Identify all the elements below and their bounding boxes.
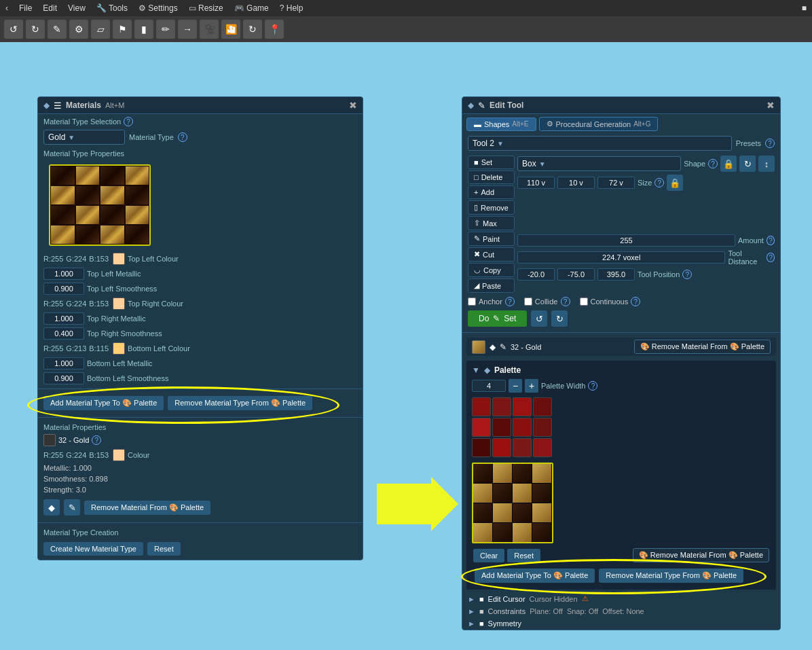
- menu-view[interactable]: View: [68, 3, 86, 13]
- top-left-smooth-input[interactable]: 0.900: [43, 283, 84, 295]
- toolbar-redo[interactable]: ↻: [26, 20, 45, 39]
- mat-help-icon[interactable]: ?: [92, 435, 101, 445]
- toolbar-layers[interactable]: ▮: [134, 20, 153, 39]
- menu-back[interactable]: ‹: [5, 3, 8, 13]
- toolbar-shield[interactable]: ▱: [91, 20, 110, 39]
- red-cell-1[interactable]: [472, 397, 491, 416]
- anchor-help[interactable]: ?: [505, 297, 515, 306]
- red-cell-7[interactable]: [513, 418, 532, 437]
- amount-input[interactable]: 255: [517, 234, 735, 247]
- palette-width-minus[interactable]: −: [509, 379, 522, 393]
- constraints-collapse-icon[interactable]: ►: [468, 607, 475, 615]
- clear-button[interactable]: Clear: [473, 549, 504, 562]
- materials-close-button[interactable]: ✖: [349, 100, 357, 111]
- palette-collapse-icon[interactable]: ▼: [472, 365, 480, 375]
- tool-distance-help[interactable]: ?: [767, 253, 775, 262]
- paint-tool-button[interactable]: ✎ Paint: [468, 232, 515, 246]
- gp5[interactable]: [473, 484, 492, 503]
- gp10[interactable]: [493, 503, 512, 522]
- tab-shapes[interactable]: ▬ Shapes Alt+E: [466, 118, 536, 131]
- top-left-color-swatch[interactable]: [113, 253, 125, 265]
- max-tool-button[interactable]: ⇧ Max: [468, 216, 515, 230]
- red-cell-12[interactable]: [533, 438, 552, 457]
- red-cell-10[interactable]: [492, 438, 511, 457]
- remove-material-type-palette-button[interactable]: Remove Material Type From 🎨 Palette: [168, 396, 312, 410]
- red-cell-6[interactable]: [492, 418, 511, 437]
- toolbar-brush[interactable]: ✏: [156, 20, 175, 39]
- continuous-help[interactable]: ?: [631, 297, 640, 306]
- amount-help[interactable]: ?: [767, 236, 775, 245]
- gp12[interactable]: [532, 503, 551, 522]
- toolbar-film[interactable]: 🎦: [221, 20, 240, 39]
- palette-width-help[interactable]: ?: [588, 381, 597, 391]
- toolbar-pencil[interactable]: ✎: [48, 20, 67, 39]
- gp16[interactable]: [532, 523, 551, 542]
- pos-y-input[interactable]: -75.0: [557, 268, 595, 281]
- top-right-metallic-input[interactable]: 1.000: [43, 312, 84, 325]
- gp13[interactable]: [473, 523, 492, 542]
- continuous-checkbox[interactable]: Continuous ?: [580, 297, 641, 306]
- gp15[interactable]: [513, 523, 532, 542]
- shape-expand-btn[interactable]: ↕: [758, 156, 775, 172]
- palette-width-plus[interactable]: +: [525, 379, 538, 393]
- add-tool-button[interactable]: + Add: [468, 185, 515, 199]
- menu-game[interactable]: 🎮 Game: [234, 3, 269, 13]
- add-material-type-palette-button-right[interactable]: Add Material Type To 🎨 Palette: [475, 568, 595, 583]
- pos-z-input[interactable]: 395.0: [597, 268, 635, 281]
- symmetry-collapse-icon[interactable]: ►: [468, 619, 475, 628]
- toolbar-refresh[interactable]: ↻: [243, 20, 262, 39]
- redo-button[interactable]: ↻: [551, 310, 568, 327]
- top-left-metallic-input[interactable]: 1.000: [43, 268, 84, 280]
- size-y-input[interactable]: 10 v: [557, 177, 595, 189]
- remove-material-palette-button-2[interactable]: 🎨 Remove Material From 🎨 Palette: [633, 548, 769, 562]
- collide-help[interactable]: ?: [561, 297, 570, 306]
- add-material-type-palette-button[interactable]: Add Material Type To 🎨 Palette: [43, 396, 164, 410]
- gp3[interactable]: [513, 464, 532, 483]
- cut-tool-button[interactable]: ✖ Cut: [468, 247, 515, 261]
- undo-button[interactable]: ↺: [531, 310, 547, 327]
- do-button[interactable]: Do ✎ Set: [468, 310, 527, 327]
- size-help[interactable]: ?: [654, 178, 664, 187]
- material-type-label-help[interactable]: ?: [178, 132, 187, 142]
- shape-dropdown[interactable]: Box ▼: [517, 156, 681, 171]
- top-right-smooth-input[interactable]: 0.400: [43, 327, 84, 340]
- set-tool-button[interactable]: ■ Set: [468, 156, 515, 169]
- create-material-type-button[interactable]: Create New Material Type: [43, 542, 143, 556]
- gp6[interactable]: [493, 484, 512, 503]
- toolbar-undo[interactable]: ↺: [4, 20, 23, 39]
- presets-help[interactable]: ?: [765, 139, 775, 148]
- bottom-left-metallic-input[interactable]: 1.000: [43, 357, 84, 369]
- cursor-collapse-icon[interactable]: ►: [468, 595, 475, 603]
- shape-refresh-btn[interactable]: ↻: [739, 156, 756, 172]
- toolbar-settings[interactable]: ⚙: [69, 20, 88, 39]
- material-type-dropdown[interactable]: Gold ▼: [43, 130, 125, 145]
- gp2[interactable]: [493, 464, 512, 483]
- bottom-left-color-swatch[interactable]: [113, 342, 125, 355]
- menu-help[interactable]: ? Help: [280, 3, 303, 13]
- collide-checkbox[interactable]: Collide ?: [524, 297, 570, 306]
- preset-dropdown[interactable]: Tool 2 ▼: [468, 136, 732, 151]
- size-lock-btn[interactable]: 🔒: [667, 175, 683, 191]
- remove-material-from-palette-button-top[interactable]: 🎨 Remove Material From 🎨 Palette: [634, 340, 771, 354]
- remove-material-type-palette-button-right[interactable]: Remove Material Type From 🎨 Palette: [599, 568, 743, 583]
- remove-tool-button[interactable]: ▯ Remove: [468, 200, 515, 215]
- toolbar-camera[interactable]: 🎥: [200, 20, 219, 39]
- palette-width-input[interactable]: 4: [472, 380, 506, 392]
- red-cell-2[interactable]: [492, 397, 511, 416]
- menu-tools[interactable]: 🔧 Tools: [96, 3, 128, 13]
- paste-tool-button[interactable]: ◢ Paste: [468, 278, 515, 293]
- menu-resize[interactable]: ▭ Resize: [189, 3, 223, 13]
- gp8[interactable]: [532, 484, 551, 503]
- menu-file[interactable]: File: [19, 3, 32, 13]
- edit-close-button[interactable]: ✖: [767, 100, 775, 111]
- red-cell-5[interactable]: [472, 418, 491, 437]
- copy-tool-button[interactable]: ◡ Copy: [468, 263, 515, 277]
- tool-pos-help[interactable]: ?: [682, 270, 692, 279]
- top-right-color-swatch[interactable]: [113, 297, 125, 310]
- size-x-input[interactable]: 110 v: [517, 177, 555, 189]
- gp7[interactable]: [513, 484, 532, 503]
- pos-x-input[interactable]: -20.0: [517, 268, 555, 281]
- red-cell-11[interactable]: [513, 438, 532, 457]
- delete-tool-button[interactable]: □ Delete: [468, 170, 515, 184]
- red-cell-9[interactable]: [472, 438, 491, 457]
